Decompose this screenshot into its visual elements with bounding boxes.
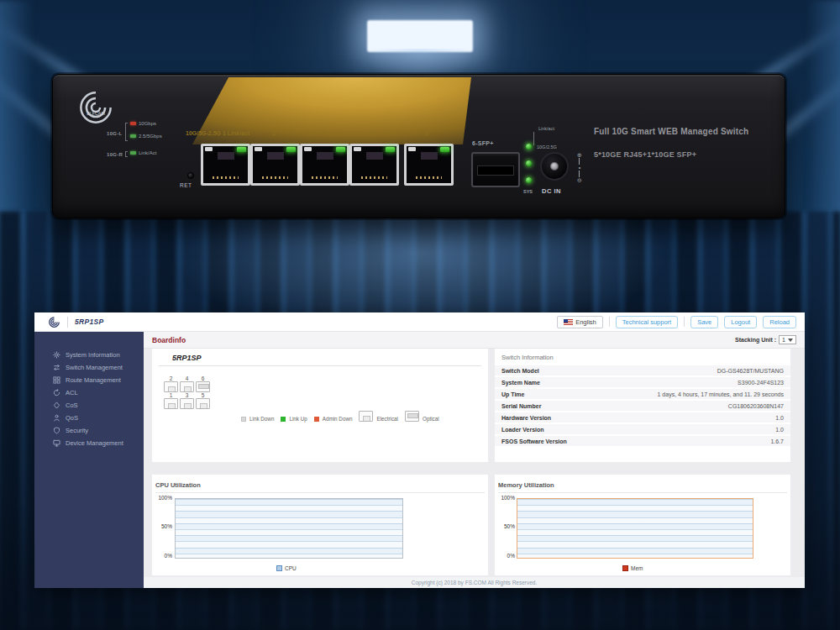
- port-led: [255, 147, 262, 151]
- cpu-chart-plot: [175, 498, 403, 559]
- us-flag-icon: [564, 319, 573, 325]
- port-icon-optical[interactable]: [196, 381, 210, 392]
- sidebar-item-qos[interactable]: QoS: [34, 412, 144, 424]
- language-label: English: [575, 318, 596, 326]
- sidebar-item-label: QoS: [66, 414, 78, 422]
- port-icons-row: [164, 381, 210, 392]
- elfcam-logo-icon: [48, 316, 60, 328]
- table-row: FSOS Software Version1.6.7: [495, 436, 790, 448]
- memory-chart-legend: Mem: [622, 565, 643, 571]
- port-diagram: 2 4 6 1 3 5: [164, 375, 210, 409]
- board-info-card: 5RP1SP 2 4 6 1 3: [152, 349, 488, 462]
- divider: [159, 365, 481, 366]
- cpu-chart-legend: CPU: [276, 565, 297, 571]
- table-row: System NameS3900-24F4S123: [495, 377, 790, 389]
- port-icons-row: [164, 398, 210, 409]
- port-numbers-row: 1 3 5: [164, 392, 210, 398]
- sidebar-item-cos[interactable]: CoS: [34, 399, 144, 412]
- green-led-icon: [526, 160, 532, 166]
- port-numbers-row: 2 4 6: [164, 375, 210, 381]
- led-legend-row: Link/Act: [130, 150, 156, 155]
- sidebar-item-label: ACL: [66, 389, 78, 396]
- green-led-icon: [526, 177, 532, 183]
- sidebar-item-route-management[interactable]: Route Management: [34, 374, 144, 386]
- led-bracket: [125, 123, 128, 141]
- rj45-pins: [312, 176, 338, 179]
- polarity-symbol-icon: ⊕•⊖: [577, 152, 582, 183]
- diamond-icon: [53, 402, 60, 409]
- sidebar-item-switch-management[interactable]: Switch Management: [34, 361, 144, 374]
- sidebar-item-label: CoS: [66, 402, 78, 409]
- status-led-label: Link/act: [538, 126, 554, 131]
- port-led: [205, 147, 213, 151]
- transfer-arrows-icon: [53, 364, 60, 371]
- desktop-background: ELFCAM 10G-L 10Gbps 2.5/5Gbps 10G-R Link…: [0, 0, 840, 630]
- switch-information-title: Switch Information: [501, 354, 790, 361]
- reload-button[interactable]: Reload: [763, 316, 796, 328]
- memory-chart-plot: [517, 498, 753, 559]
- rj45-pins: [262, 176, 288, 179]
- memory-legend-swatch: [622, 565, 628, 571]
- port-led-green: [336, 147, 345, 152]
- link-down-swatch: [241, 417, 246, 422]
- port-icon-electrical[interactable]: [196, 398, 210, 409]
- table-row: Switch ModelDG-GS4628T/MUSTANG: [495, 365, 790, 377]
- rj45-latch: [366, 152, 383, 160]
- sidebar-item-security[interactable]: Security: [34, 424, 144, 437]
- page-title: Boardinfo: [152, 336, 186, 344]
- switch-web-ui-window: 5RP1SP English Technical support Save Lo…: [34, 312, 805, 588]
- port-led: [354, 147, 361, 151]
- technical-support-button[interactable]: Technical support: [616, 316, 678, 328]
- rj45-port: [201, 144, 250, 186]
- port-icon-electrical[interactable]: [164, 398, 178, 409]
- led-legend-row: 2.5/5Gbps: [130, 134, 162, 139]
- stacking-unit-select[interactable]: 1: [779, 335, 796, 344]
- toolbar-divider: [684, 317, 685, 327]
- switch-panel-subtitle: 5*10GE RJ45+1*10GE SFP+: [594, 150, 696, 159]
- port-icon-electrical[interactable]: [180, 398, 194, 409]
- rj45-latch: [267, 152, 284, 160]
- brand-text: ELFCAM: [87, 111, 105, 116]
- dc-in-label: DC IN: [542, 187, 561, 195]
- led-label: 2.5/5Gbps: [139, 134, 162, 139]
- logout-button[interactable]: Logout: [724, 316, 757, 328]
- led-group-right-label: 10G-R: [107, 152, 123, 157]
- port-led-green: [440, 147, 449, 152]
- sidebar-item-system-information[interactable]: System Information: [34, 349, 144, 361]
- port-icon-electrical[interactable]: [180, 381, 194, 392]
- language-button[interactable]: English: [557, 316, 603, 328]
- stacking-unit-value: 1: [782, 337, 785, 343]
- port-led: [408, 147, 416, 151]
- sidebar: System Information Switch Management Rou…: [34, 332, 144, 588]
- rj45-pins: [361, 176, 387, 179]
- port-number: 2: [272, 130, 276, 136]
- port-number: 4: [371, 130, 375, 136]
- port-number: 5: [425, 130, 428, 136]
- rj45-pins: [213, 176, 239, 179]
- y-axis-tick: 50%: [495, 523, 515, 529]
- header-divider: [67, 317, 68, 328]
- rj45-pins: [416, 176, 442, 179]
- link-up-swatch: [281, 417, 286, 422]
- led-label: Link/Act: [139, 150, 156, 155]
- sfp-cage: [471, 152, 520, 187]
- sidebar-item-label: Switch Management: [66, 364, 123, 371]
- y-axis-tick: 0%: [495, 553, 515, 559]
- red-led-icon: [130, 122, 136, 125]
- network-switch-photo: ELFCAM 10G-L 10Gbps 2.5/5Gbps 10G-R Link…: [52, 74, 785, 218]
- rj45-port: [300, 144, 349, 186]
- port-icon-electrical[interactable]: [164, 381, 178, 392]
- status-led-speed-label: 10G/2.5G: [537, 144, 557, 150]
- sidebar-item-acl[interactable]: ACL: [34, 386, 144, 399]
- sidebar-item-device-management[interactable]: Device Management: [34, 437, 144, 449]
- switch-information-card: Switch Information Switch ModelDG-GS4628…: [495, 349, 790, 462]
- save-button[interactable]: Save: [690, 316, 718, 328]
- device-name: 5RP1SP: [75, 318, 103, 326]
- dc-power-jack: [540, 152, 569, 181]
- user-icon: [53, 414, 60, 422]
- y-axis-tick: 50%: [152, 523, 172, 529]
- switch-panel-title: Full 10G Smart WEB Managed Switch: [594, 127, 748, 136]
- rj45-port: [349, 144, 399, 186]
- green-led-icon: [130, 151, 136, 155]
- sidebar-item-label: Route Management: [66, 376, 121, 384]
